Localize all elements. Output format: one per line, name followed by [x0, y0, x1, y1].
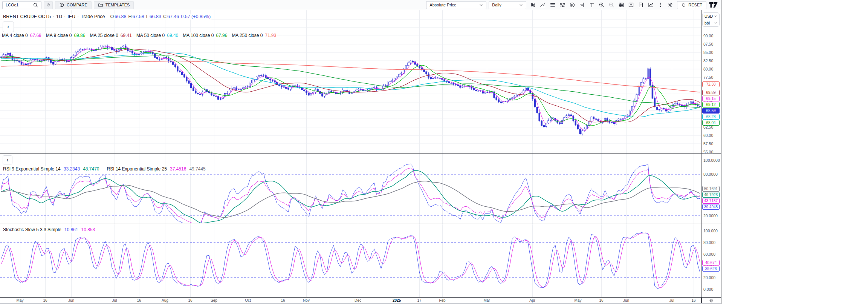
stacked-rows-button[interactable]: [548, 1, 557, 9]
price-tick: 60.00: [703, 133, 713, 138]
ma-value: 69.41: [121, 33, 132, 38]
symbol-search-box[interactable]: [2, 1, 41, 9]
unit-value: bbl: [704, 21, 710, 25]
zoom-out-button[interactable]: [607, 1, 616, 9]
rsi-value: 48.7470: [83, 166, 99, 172]
series-title: BRENT CRUDE OCT5: [3, 14, 51, 19]
price-tick: 90.00: [703, 34, 713, 38]
price-mode-value: Absolute Price: [429, 3, 456, 7]
stochastic-value: 10.853: [81, 227, 95, 232]
price-tick: 55.00: [703, 150, 713, 154]
clock-icon: [46, 2, 50, 8]
chart-settings-button[interactable]: [666, 1, 675, 9]
time-tick: Jul: [669, 298, 674, 302]
time-tick: 17: [417, 298, 421, 302]
candlestick-chart-button[interactable]: [529, 1, 538, 9]
price-label: 69.12: [702, 102, 720, 107]
line-chart-button[interactable]: [538, 1, 547, 9]
rsi-study-label: RSI 9 Exponential Simple 14: [3, 166, 61, 172]
text-annotation-button[interactable]: [587, 1, 596, 9]
price-tick: 57.50: [703, 141, 713, 146]
events-button[interactable]: [568, 1, 577, 9]
time-tick: 16: [691, 298, 695, 302]
zoom-in-button[interactable]: [597, 1, 606, 9]
scale-settings-button[interactable]: [701, 297, 721, 303]
close-value: 67.46: [167, 14, 179, 19]
folder-icon: [98, 2, 103, 8]
time-tick: Jul: [112, 298, 117, 302]
circled-e-icon: [569, 2, 575, 8]
top-toolbar: COMPARE TEMPLATES Absolute Price Daily: [0, 0, 721, 10]
ma-value: 69.86: [74, 33, 85, 38]
series-interval: 1D: [56, 14, 62, 19]
rsi-label: 49.7923: [702, 192, 720, 198]
ma-legend: MA 4 close 067.69 MA 9 close 069.86 MA 2…: [1, 32, 277, 38]
price-tick: 82.50: [703, 58, 713, 63]
time-tick: Apr: [529, 298, 535, 302]
tradingview-logo[interactable]: [709, 2, 718, 8]
compare-label: COMPARE: [67, 3, 87, 7]
rsi-label: 43.7187: [702, 198, 720, 204]
chart-canvas[interactable]: [0, 0, 721, 303]
rows-icon: [550, 2, 556, 8]
reset-button[interactable]: RESET: [677, 1, 706, 9]
tradingview-logo-glyph: [709, 2, 718, 8]
collapse-rsi-legend-button[interactable]: ‹: [3, 155, 12, 164]
symbol-input[interactable]: [6, 3, 33, 7]
overlay-waves-button[interactable]: [558, 1, 567, 9]
add-panel-button[interactable]: [627, 1, 636, 9]
stoch-tick: 80.000: [703, 240, 715, 245]
low-value: 66.83: [150, 14, 161, 19]
price-tick: 80.00: [703, 67, 713, 71]
collapse-main-legend-button[interactable]: ‹: [3, 21, 14, 32]
interval-select[interactable]: Daily: [489, 1, 526, 9]
price-label: 68.04: [702, 120, 720, 126]
kebab-menu-icon: [657, 2, 663, 8]
more-options-button[interactable]: [656, 1, 665, 9]
rsi-tick: 100.0000: [703, 158, 720, 163]
chart-tools-group: [529, 1, 675, 9]
stoch-tick: 60.000: [703, 252, 715, 256]
rsi-value: 33.2343: [64, 166, 80, 172]
compare-button[interactable]: COMPARE: [55, 1, 92, 9]
price-mode-select[interactable]: Absolute Price: [426, 1, 486, 9]
zoom-in-icon: [599, 2, 605, 8]
price-label: 69.15: [702, 96, 720, 101]
stoch-tick: 20.000: [703, 275, 715, 280]
time-tick: Oct: [245, 298, 251, 302]
ma-label: MA 50 close 0: [136, 33, 165, 38]
unit-select[interactable]: bbl: [703, 20, 719, 26]
rsi-tick: 20.0000: [703, 213, 718, 218]
reset-label: RESET: [688, 3, 702, 7]
rsi-label: 50.1691: [702, 186, 720, 192]
chart-application: COMPARE TEMPLATES Absolute Price Daily: [0, 0, 721, 304]
time-tick: 2025: [393, 298, 401, 302]
chevron-down-icon: [519, 4, 523, 6]
time-tick: 16: [281, 298, 285, 302]
waves-icon: [559, 2, 565, 8]
stochastic-value: 10.861: [64, 227, 78, 232]
time-scale[interactable]: May16JunJul16Aug16SepOct16NovDec202517Fe…: [0, 297, 701, 304]
table-view-button[interactable]: [617, 1, 626, 9]
ma-value: 71.93: [265, 33, 276, 38]
ma-label: MA 250 close 0: [232, 33, 263, 38]
price-label: 69.89: [702, 90, 720, 95]
ma-label: MA 25 close 0: [90, 33, 118, 38]
interval-value: Daily: [492, 3, 501, 7]
templates-button[interactable]: TEMPLATES: [94, 1, 134, 9]
search-icon: [33, 2, 38, 8]
series-exchange: IEU: [67, 14, 75, 19]
time-tick: Mar: [483, 298, 490, 302]
interval-history-button[interactable]: [44, 1, 53, 9]
gear-icon: [709, 298, 714, 303]
news-button[interactable]: [636, 1, 645, 9]
axis-scale-button[interactable]: [578, 1, 587, 9]
high-value: 67.58: [132, 14, 144, 19]
chevron-down-icon: [714, 15, 717, 17]
axis-adjust-icon: [579, 2, 585, 8]
export-chart-button[interactable]: [646, 1, 655, 9]
currency-select[interactable]: USD: [703, 13, 719, 20]
time-tick: May: [575, 298, 582, 302]
time-tick: 16: [599, 298, 603, 302]
plus-circle-icon: [59, 2, 64, 8]
